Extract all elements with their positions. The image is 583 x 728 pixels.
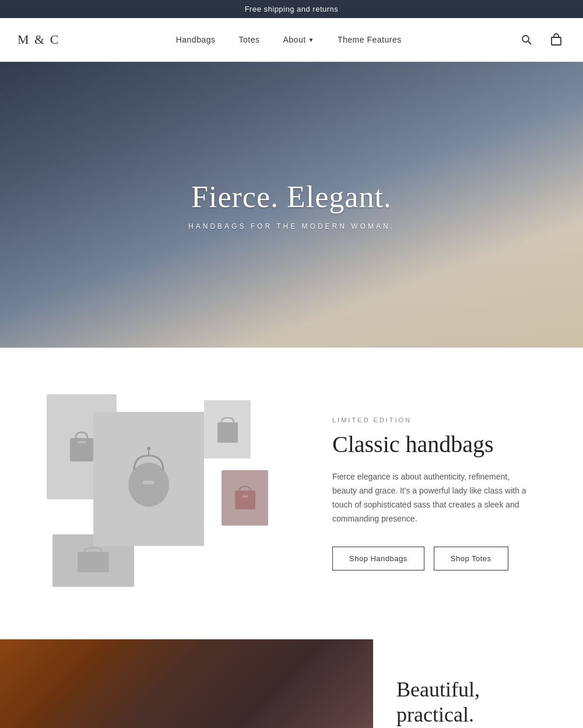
product-image-main xyxy=(93,412,204,546)
search-button[interactable] xyxy=(518,31,535,48)
hero-title: Fierce. Elegant. xyxy=(188,180,395,214)
svg-rect-8 xyxy=(143,481,154,484)
product-title: Classic handbags xyxy=(332,430,536,459)
svg-rect-9 xyxy=(217,422,238,443)
svg-point-7 xyxy=(147,447,150,450)
svg-rect-2 xyxy=(552,37,561,45)
search-icon xyxy=(521,34,532,46)
handbag-icon-5 xyxy=(73,546,114,575)
handbag-icon-3 xyxy=(215,414,241,446)
bottom-image xyxy=(0,639,373,728)
product-info: LIMITED EDITION Classic handbags Fierce … xyxy=(332,416,536,570)
product-buttons: Shop Handbags Shop Totes xyxy=(332,547,536,570)
svg-rect-4 xyxy=(77,441,86,443)
limited-edition-label: LIMITED EDITION xyxy=(332,416,536,424)
announcement-text: Free shipping and returns xyxy=(245,5,339,13)
nav-totes[interactable]: Totes xyxy=(239,35,260,44)
nav-handbags[interactable]: Handbags xyxy=(176,35,216,44)
nav-about[interactable]: About ▼ xyxy=(283,35,314,44)
svg-point-0 xyxy=(522,36,529,42)
product-images-collage xyxy=(47,383,297,604)
cart-button[interactable] xyxy=(547,30,566,49)
announcement-bar: Free shipping and returns xyxy=(0,0,583,18)
header: M & C Handbags Totes About ▼ Theme Featu… xyxy=(0,18,583,62)
bottom-section: Beautiful, practical. Our luxurious soft… xyxy=(0,639,583,728)
svg-rect-12 xyxy=(78,552,109,572)
product-image-right-bottom xyxy=(222,470,268,526)
shop-totes-button[interactable]: Shop Totes xyxy=(434,547,508,570)
bottom-content: Beautiful, practical. Our luxurious soft… xyxy=(373,657,583,728)
handbag-icon-2 xyxy=(122,447,175,511)
hero-content: Fierce. Elegant. HANDBAGS FOR THE MODERN… xyxy=(188,180,395,230)
hero-subtitle: HANDBAGS FOR THE MODERN WOMAN. xyxy=(188,222,395,230)
handbag-icon-4 xyxy=(232,484,258,513)
logo[interactable]: M & C xyxy=(17,32,59,47)
hero-section: Fierce. Elegant. HANDBAGS FOR THE MODERN… xyxy=(0,62,583,348)
chevron-down-icon: ▼ xyxy=(308,37,314,43)
header-icons xyxy=(518,30,566,49)
shop-handbags-button[interactable]: Shop Handbags xyxy=(332,547,424,570)
svg-rect-10 xyxy=(235,491,255,509)
product-section: LIMITED EDITION Classic handbags Fierce … xyxy=(0,348,583,639)
product-description: Fierce elegance is about authenticity, r… xyxy=(332,470,531,526)
svg-rect-11 xyxy=(242,495,248,498)
nav-theme-features[interactable]: Theme Features xyxy=(338,35,402,44)
main-nav: Handbags Totes About ▼ Theme Features xyxy=(176,35,402,44)
svg-line-1 xyxy=(528,41,531,44)
product-image-right-top xyxy=(204,400,251,459)
cart-icon xyxy=(550,33,563,46)
bottom-title: Beautiful, practical. xyxy=(396,677,560,727)
